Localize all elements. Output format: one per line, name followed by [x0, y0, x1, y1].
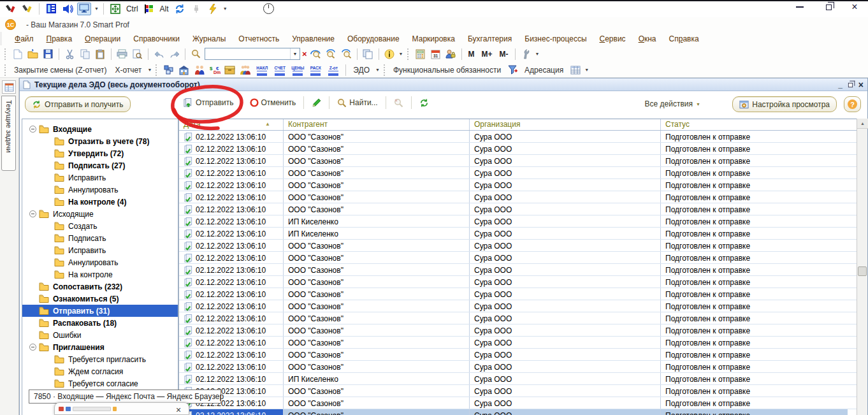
z-report-button[interactable]: Закрытие смены (Z-отчет)	[11, 65, 110, 75]
menu-item[interactable]: Правка	[40, 33, 79, 45]
edo-window-titlebar[interactable]: Текущие дела ЭДО (весь документооборот) …	[20, 78, 867, 91]
table-row[interactable]: 02.12.2022 13:06:10ООО "Сазонов"Сура ООО…	[179, 397, 867, 409]
clock-icon[interactable]	[263, 3, 274, 14]
mdi-restore-button[interactable]	[848, 82, 853, 87]
toolbar-grip[interactable]	[156, 64, 158, 76]
table-row[interactable]: 02.12.2022 13:06:10ООО "Сазонов"Сура ООО…	[179, 167, 867, 179]
column-header-counterparty[interactable]: Контрагент	[284, 119, 470, 130]
table-row[interactable]: 02.12.2022 13:06:10ООО "Сазонов"Сура ООО…	[179, 252, 867, 264]
menu-item[interactable]: Справочники	[127, 33, 186, 45]
task-panel-icon[interactable]	[2, 80, 16, 94]
tree-item[interactable]: Подписать	[22, 232, 178, 244]
cells-icon[interactable]	[162, 64, 175, 76]
addressing-button[interactable]: Адресация	[521, 65, 567, 75]
find-prev-icon[interactable]	[340, 48, 353, 61]
table-row[interactable]: 02.12.2022 13:06:10ООО "Сазонов"Сура ООО…	[179, 143, 867, 155]
restore-button[interactable]	[819, 1, 838, 13]
table-row[interactable]: 02.12.2022 13:06:10ООО "Сазонов"Сура ООО…	[179, 385, 867, 397]
user-permissions-icon[interactable]	[444, 48, 458, 61]
tree-item[interactable]: Исправить	[22, 244, 178, 256]
menu-item[interactable]: Управление	[286, 33, 341, 45]
calculator-icon[interactable]	[414, 48, 427, 61]
find-next-icon[interactable]	[324, 48, 338, 61]
menu-item[interactable]: Бизнес-процессы	[518, 33, 593, 45]
menu-item[interactable]: Операции	[78, 33, 127, 45]
calendar-icon[interactable]: 31	[429, 48, 442, 61]
tree-item[interactable]: Ошибки	[22, 329, 178, 341]
tree-item[interactable]: На контроле	[22, 268, 178, 280]
close-button[interactable]: ×	[845, 1, 864, 13]
table-row[interactable]: 02.12.2022 13:06:10ООО "Сазонов"Сура ООО…	[179, 349, 867, 361]
search-icon[interactable]	[189, 48, 203, 61]
doc-shortcut-icon[interactable]: НАКЛ	[254, 66, 270, 74]
memory-m-plus-button[interactable]: M+	[479, 50, 495, 59]
addressing-table-icon[interactable]	[568, 64, 582, 76]
all-actions-button[interactable]: Все действия▼	[645, 99, 700, 108]
monitor-dropdown-icon[interactable]: ▼	[94, 6, 99, 11]
edit-button[interactable]	[309, 97, 324, 109]
tree-item[interactable]: Исходящие	[22, 208, 178, 220]
table-row[interactable]: 02.12.2022 13:06:10ИП КиселенкоСура ОООП…	[179, 215, 867, 228]
clear-search-icon[interactable]: ×	[302, 49, 307, 59]
table-row[interactable]: 02.12.2022 13:06:10ООО "Сазонов"Сура ООО…	[179, 155, 867, 167]
fullscreen-icon[interactable]	[108, 3, 122, 15]
edo-button[interactable]: ЭДО	[350, 65, 373, 75]
print-icon[interactable]	[115, 48, 129, 61]
cut-icon[interactable]	[63, 48, 76, 61]
toolbar-grip[interactable]	[4, 48, 7, 60]
tree-item[interactable]: Требуется согласие	[22, 377, 178, 390]
table-row[interactable]: 02.12.2022 13:06:10ООО "Сазонов"Сура ООО…	[179, 312, 867, 324]
tree-item[interactable]: Создать	[22, 220, 178, 232]
table-row[interactable]: 02.12.2022 13:06:10ООО "Сазонов"Сура ООО…	[179, 337, 867, 349]
windows-flag-icon[interactable]	[142, 3, 156, 15]
menu-item[interactable]: Оборудование	[341, 33, 406, 45]
ctrl-button[interactable]: Ctrl	[125, 4, 140, 13]
tool-red-yellow-icon[interactable]	[20, 3, 34, 15]
tree-item[interactable]: Утвердить (72)	[22, 147, 178, 159]
table-row[interactable]: 02.12.2022 13:06:10ООО "Сазонов"Сура ООО…	[179, 276, 867, 288]
archive-box-icon[interactable]	[223, 64, 236, 76]
minimize-button[interactable]	[790, 1, 809, 13]
thumbnail-close-icon[interactable]: ×	[176, 405, 181, 414]
lightning-icon[interactable]	[206, 3, 220, 15]
menu-item[interactable]: Сервис	[593, 33, 632, 45]
find-button[interactable]: Найти...	[335, 97, 380, 109]
menu-item[interactable]: Файл	[8, 33, 40, 45]
panel-list-icon[interactable]	[44, 3, 58, 15]
undo-icon[interactable]	[152, 48, 166, 61]
view-settings-button[interactable]: Настройка просмотра	[732, 96, 837, 112]
save-icon[interactable]	[41, 48, 55, 61]
speaker-icon[interactable]	[61, 3, 75, 15]
table-row[interactable]: 02.12.2022 13:06:10ООО "Сазонов"Сура ООО…	[179, 131, 867, 143]
functional-duties-button[interactable]: Функциональные обязанности	[390, 65, 504, 75]
tab-current-tasks[interactable]: Текущие задачи	[1, 96, 16, 171]
tools-dropdown-icon[interactable]: ▼	[535, 52, 540, 56]
tree-item[interactable]: Распаковать (18)	[22, 317, 178, 329]
tree-item[interactable]: Подписать (27)	[22, 159, 178, 171]
open-icon[interactable]	[26, 48, 40, 61]
funnel-icon[interactable]	[506, 64, 519, 76]
column-header-date[interactable]: Дата▲	[179, 119, 284, 130]
mdi-close-button[interactable]: ×	[858, 80, 864, 89]
info-icon[interactable]	[383, 48, 396, 61]
menu-item[interactable]: Отчетность	[232, 33, 286, 45]
table-row[interactable]: 02.12.2022 13:06:10ООО "Сазонов"Сура ООО…	[179, 409, 867, 415]
tree-item[interactable]: Отразить в учете (78)	[22, 135, 178, 147]
doc-shortcut-icon[interactable]: СЧЕТ	[271, 66, 288, 74]
table-scrollbar[interactable]: ▲	[857, 119, 867, 415]
edo-dropdown-icon[interactable]: ▼	[375, 68, 380, 72]
tree-collapse-icon[interactable]	[29, 126, 36, 133]
search-input[interactable]	[205, 49, 290, 59]
search-go-icon[interactable]	[309, 48, 322, 61]
menu-item[interactable]: Журналы	[186, 33, 232, 45]
menu-item[interactable]: Маркировка	[406, 33, 461, 45]
tree-item[interactable]: Отправить (31)	[22, 305, 178, 317]
cancel-button[interactable]: Отменить	[247, 97, 299, 108]
tree-item[interactable]: Аннулировать	[22, 256, 178, 268]
copy-icon[interactable]	[78, 48, 92, 61]
tree-item[interactable]: Ознакомиться (5)	[22, 293, 178, 305]
table-row[interactable]: 02.12.2022 13:06:10ООО "Сазонов"Сура ООО…	[179, 361, 867, 373]
print-preview-icon[interactable]	[131, 48, 144, 61]
tree-item[interactable]: Сопоставить (232)	[22, 280, 178, 293]
tree-item[interactable]: Исправить	[22, 171, 178, 184]
